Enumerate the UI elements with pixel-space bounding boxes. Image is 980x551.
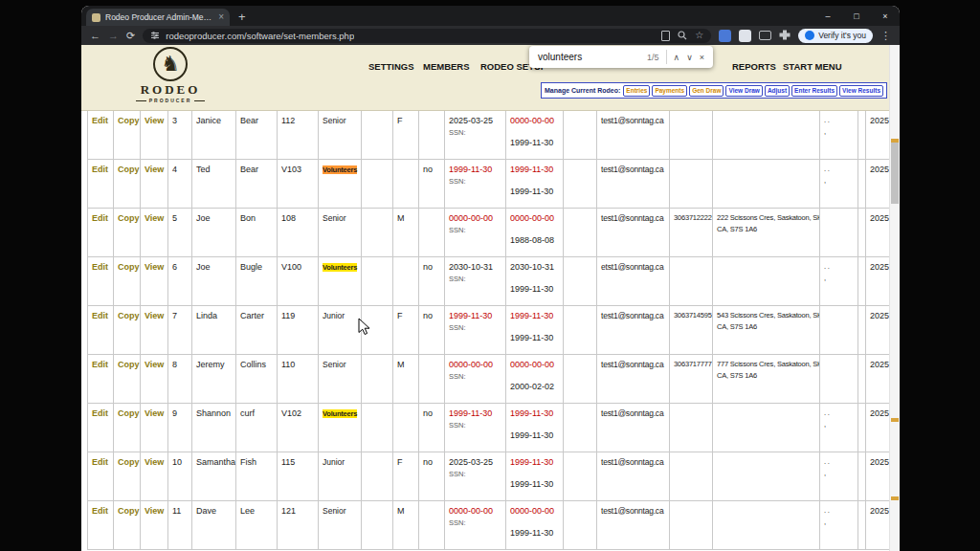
membership-date: 0000-00-00 — [449, 360, 503, 369]
browser-tab[interactable]: Rodeo Producer Admin-Memb... × — [86, 9, 230, 26]
bookmark-star-icon[interactable]: ☆ — [695, 31, 703, 40]
member-address-placeholder: . ., — [820, 452, 858, 501]
copy-link[interactable]: Copy — [118, 165, 140, 174]
manage-button-view-results[interactable]: View Results — [839, 85, 883, 97]
extensions-puzzle-icon[interactable] — [779, 30, 791, 41]
find-match-marker — [891, 418, 899, 422]
find-bar: volunteers 1/5 ∧ ∨ × — [529, 46, 713, 68]
back-button[interactable]: ← — [90, 31, 100, 41]
member-minor-flag: no — [419, 257, 445, 306]
edit-link[interactable]: Edit — [92, 213, 108, 223]
edit-link[interactable]: Edit — [92, 408, 108, 418]
view-link[interactable]: View — [145, 360, 164, 369]
copy-link[interactable]: Copy — [118, 262, 140, 272]
window-controls: – □ × — [813, 6, 900, 26]
extension-icon-blue[interactable] — [719, 30, 731, 42]
manage-button-entries[interactable]: Entries — [623, 85, 650, 97]
address-bar[interactable]: rodeoproducer.com/software/set-members.p… — [143, 29, 711, 43]
manage-button-view-draw[interactable]: View Draw — [725, 85, 762, 97]
nav-settings[interactable]: SETTINGS — [368, 61, 414, 72]
browser-window: Rodeo Producer Admin-Memb... × + – □ × ←… — [81, 6, 900, 551]
member-first-name: Janice — [192, 111, 236, 160]
blank-cell — [564, 306, 597, 355]
scrollbar-thumb[interactable] — [891, 143, 899, 204]
maximize-button[interactable]: □ — [842, 11, 871, 21]
manage-button-adjust[interactable]: Adjust — [765, 85, 790, 97]
member-type: Volunteers — [323, 165, 357, 174]
edit-link[interactable]: Edit — [92, 360, 108, 369]
reading-mode-icon[interactable] — [661, 31, 670, 41]
member-email: etst1@sonntag.ca — [597, 257, 670, 306]
nav-members[interactable]: MEMBERS — [423, 61, 470, 72]
member-phone — [670, 404, 713, 452]
find-prev-icon[interactable]: ∧ — [674, 53, 680, 62]
member-address-placeholder: . ., — [820, 257, 858, 306]
window-close-button[interactable]: × — [871, 11, 900, 21]
find-next-icon[interactable]: ∨ — [686, 53, 693, 62]
membership-date: 2025-03-25 — [449, 457, 503, 467]
membership-date: 2025-03-25 — [449, 116, 503, 125]
manage-button-payments[interactable]: Payments — [652, 85, 687, 97]
member-minor-flag: no — [419, 452, 445, 501]
ssn-label: SSN: — [449, 128, 503, 137]
member-phone: 3063712222 — [670, 209, 713, 257]
forward-button[interactable]: → — [108, 31, 119, 41]
member-row: Edit Copy View 8 Jeremy Collins 110 Seni… — [88, 355, 901, 404]
blank-cell — [362, 404, 393, 452]
cast-icon[interactable] — [759, 31, 771, 40]
edit-link[interactable]: Edit — [92, 311, 108, 320]
member-address — [713, 111, 820, 160]
edit-link[interactable]: Edit — [92, 116, 108, 125]
member-first-name: Jeremy — [192, 355, 236, 404]
verify-label: Verify it's you — [818, 31, 866, 40]
copy-link[interactable]: Copy — [118, 408, 140, 418]
birth-date: 2000-02-02 — [510, 382, 561, 391]
member-row: Edit Copy View 5 Joe Bon 108 Senior M 00… — [88, 209, 901, 257]
copy-link[interactable]: Copy — [118, 213, 140, 223]
view-link[interactable]: View — [145, 506, 164, 516]
member-id: 8 — [168, 355, 192, 404]
view-link[interactable]: View — [145, 262, 164, 272]
manage-button-gen-draw[interactable]: Gen Draw — [689, 85, 724, 97]
member-type: Senior — [323, 116, 346, 125]
manage-button-enter-results[interactable]: Enter Results — [791, 85, 837, 97]
edit-link[interactable]: Edit — [92, 457, 108, 467]
member-phone — [670, 111, 713, 160]
verify-profile-button[interactable]: Verify it's you — [798, 29, 873, 43]
menu-kebab-icon[interactable]: ⋮ — [880, 30, 891, 42]
view-link[interactable]: View — [145, 457, 164, 467]
edit-link[interactable]: Edit — [92, 262, 108, 272]
member-number: 121 — [278, 501, 319, 550]
copy-link[interactable]: Copy — [118, 506, 140, 516]
edit-link[interactable]: Edit — [92, 506, 108, 516]
find-input[interactable]: volunteers — [538, 52, 640, 62]
expiry-date: 0000-00-00 — [510, 360, 561, 369]
tab-close-icon[interactable]: × — [218, 12, 224, 22]
find-close-icon[interactable]: × — [700, 53, 704, 62]
view-link[interactable]: View — [145, 165, 164, 174]
member-row: Edit Copy View 7 Linda Carter 119 Junior… — [88, 306, 901, 355]
zoom-icon[interactable] — [678, 31, 687, 40]
new-tab-button[interactable]: + — [238, 11, 246, 23]
page-scrollbar[interactable] — [889, 45, 900, 551]
view-link[interactable]: View — [145, 116, 164, 125]
copy-link[interactable]: Copy — [118, 360, 140, 369]
view-link[interactable]: View — [145, 311, 164, 320]
extension-icon-light[interactable] — [739, 30, 751, 42]
reload-button[interactable]: ⟳ — [126, 31, 135, 41]
view-link[interactable]: View — [145, 213, 164, 223]
member-first-name: Ted — [192, 160, 236, 209]
copy-link[interactable]: Copy — [118, 116, 140, 125]
member-row: Edit Copy View 4 Ted Bear V103 Volunteer… — [88, 160, 901, 209]
copy-link[interactable]: Copy — [118, 457, 140, 467]
copy-link[interactable]: Copy — [118, 311, 140, 320]
view-link[interactable]: View — [145, 408, 164, 418]
site-info-icon[interactable] — [150, 31, 160, 40]
member-last-name: Bear — [236, 160, 278, 209]
nav-start-menu[interactable]: START MENU — [783, 61, 842, 72]
edit-link[interactable]: Edit — [92, 165, 108, 174]
blank-cell — [564, 355, 597, 404]
minimize-button[interactable]: – — [813, 11, 842, 21]
member-first-name: Joe — [192, 257, 236, 306]
nav-reports[interactable]: REPORTS — [732, 61, 776, 72]
